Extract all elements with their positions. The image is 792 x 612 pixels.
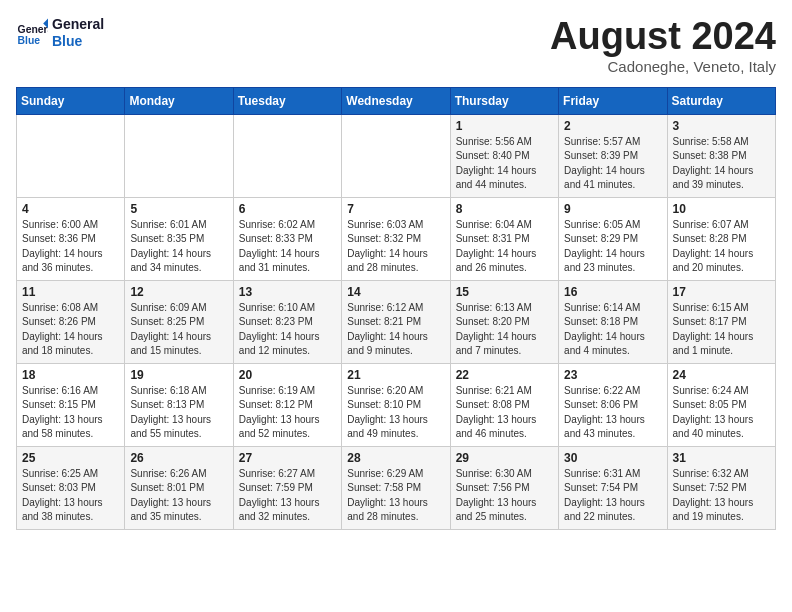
calendar-week-row: 18Sunrise: 6:16 AMSunset: 8:15 PMDayligh… [17, 363, 776, 446]
calendar-cell: 29Sunrise: 6:30 AMSunset: 7:56 PMDayligh… [450, 446, 558, 529]
day-number: 1 [456, 119, 553, 133]
calendar-cell: 26Sunrise: 6:26 AMSunset: 8:01 PMDayligh… [125, 446, 233, 529]
calendar-cell: 18Sunrise: 6:16 AMSunset: 8:15 PMDayligh… [17, 363, 125, 446]
calendar-cell: 21Sunrise: 6:20 AMSunset: 8:10 PMDayligh… [342, 363, 450, 446]
weekday-header: Thursday [450, 87, 558, 114]
day-number: 27 [239, 451, 336, 465]
day-detail: Sunrise: 6:24 AMSunset: 8:05 PMDaylight:… [673, 384, 770, 442]
day-detail: Sunrise: 6:10 AMSunset: 8:23 PMDaylight:… [239, 301, 336, 359]
day-number: 5 [130, 202, 227, 216]
day-detail: Sunrise: 6:09 AMSunset: 8:25 PMDaylight:… [130, 301, 227, 359]
day-detail: Sunrise: 6:05 AMSunset: 8:29 PMDaylight:… [564, 218, 661, 276]
day-detail: Sunrise: 6:19 AMSunset: 8:12 PMDaylight:… [239, 384, 336, 442]
calendar-cell: 15Sunrise: 6:13 AMSunset: 8:20 PMDayligh… [450, 280, 558, 363]
calendar-cell: 16Sunrise: 6:14 AMSunset: 8:18 PMDayligh… [559, 280, 667, 363]
weekday-header: Wednesday [342, 87, 450, 114]
logo: General Blue General Blue [16, 16, 104, 50]
calendar-cell: 5Sunrise: 6:01 AMSunset: 8:35 PMDaylight… [125, 197, 233, 280]
logo-icon: General Blue [16, 17, 48, 49]
weekday-header: Friday [559, 87, 667, 114]
day-detail: Sunrise: 6:13 AMSunset: 8:20 PMDaylight:… [456, 301, 553, 359]
day-number: 6 [239, 202, 336, 216]
calendar-cell: 17Sunrise: 6:15 AMSunset: 8:17 PMDayligh… [667, 280, 775, 363]
day-number: 17 [673, 285, 770, 299]
day-detail: Sunrise: 6:25 AMSunset: 8:03 PMDaylight:… [22, 467, 119, 525]
day-detail: Sunrise: 6:14 AMSunset: 8:18 PMDaylight:… [564, 301, 661, 359]
calendar-cell: 22Sunrise: 6:21 AMSunset: 8:08 PMDayligh… [450, 363, 558, 446]
calendar-week-row: 25Sunrise: 6:25 AMSunset: 8:03 PMDayligh… [17, 446, 776, 529]
day-number: 9 [564, 202, 661, 216]
day-detail: Sunrise: 6:16 AMSunset: 8:15 PMDaylight:… [22, 384, 119, 442]
day-detail: Sunrise: 6:03 AMSunset: 8:32 PMDaylight:… [347, 218, 444, 276]
calendar-cell [342, 114, 450, 197]
day-detail: Sunrise: 6:21 AMSunset: 8:08 PMDaylight:… [456, 384, 553, 442]
day-number: 28 [347, 451, 444, 465]
day-detail: Sunrise: 6:02 AMSunset: 8:33 PMDaylight:… [239, 218, 336, 276]
calendar-week-row: 11Sunrise: 6:08 AMSunset: 8:26 PMDayligh… [17, 280, 776, 363]
day-detail: Sunrise: 5:58 AMSunset: 8:38 PMDaylight:… [673, 135, 770, 193]
calendar-body: 1Sunrise: 5:56 AMSunset: 8:40 PMDaylight… [17, 114, 776, 529]
day-number: 25 [22, 451, 119, 465]
logo-line2: Blue [52, 33, 104, 50]
day-number: 18 [22, 368, 119, 382]
day-detail: Sunrise: 6:32 AMSunset: 7:52 PMDaylight:… [673, 467, 770, 525]
day-number: 20 [239, 368, 336, 382]
calendar-cell: 3Sunrise: 5:58 AMSunset: 8:38 PMDaylight… [667, 114, 775, 197]
calendar-cell: 20Sunrise: 6:19 AMSunset: 8:12 PMDayligh… [233, 363, 341, 446]
day-number: 26 [130, 451, 227, 465]
day-detail: Sunrise: 6:29 AMSunset: 7:58 PMDaylight:… [347, 467, 444, 525]
day-number: 8 [456, 202, 553, 216]
calendar-week-row: 4Sunrise: 6:00 AMSunset: 8:36 PMDaylight… [17, 197, 776, 280]
calendar-cell: 25Sunrise: 6:25 AMSunset: 8:03 PMDayligh… [17, 446, 125, 529]
svg-text:Blue: Blue [18, 35, 41, 46]
day-number: 24 [673, 368, 770, 382]
calendar-cell: 4Sunrise: 6:00 AMSunset: 8:36 PMDaylight… [17, 197, 125, 280]
day-detail: Sunrise: 6:08 AMSunset: 8:26 PMDaylight:… [22, 301, 119, 359]
title-block: August 2024 Cadoneghe, Veneto, Italy [550, 16, 776, 75]
calendar-cell: 13Sunrise: 6:10 AMSunset: 8:23 PMDayligh… [233, 280, 341, 363]
day-detail: Sunrise: 6:15 AMSunset: 8:17 PMDaylight:… [673, 301, 770, 359]
calendar-cell: 2Sunrise: 5:57 AMSunset: 8:39 PMDaylight… [559, 114, 667, 197]
day-number: 4 [22, 202, 119, 216]
day-number: 22 [456, 368, 553, 382]
calendar-cell: 19Sunrise: 6:18 AMSunset: 8:13 PMDayligh… [125, 363, 233, 446]
day-detail: Sunrise: 5:56 AMSunset: 8:40 PMDaylight:… [456, 135, 553, 193]
day-number: 7 [347, 202, 444, 216]
svg-text:General: General [18, 24, 48, 35]
day-number: 30 [564, 451, 661, 465]
calendar-cell: 27Sunrise: 6:27 AMSunset: 7:59 PMDayligh… [233, 446, 341, 529]
logo-line1: General [52, 16, 104, 33]
day-detail: Sunrise: 6:12 AMSunset: 8:21 PMDaylight:… [347, 301, 444, 359]
calendar-cell: 10Sunrise: 6:07 AMSunset: 8:28 PMDayligh… [667, 197, 775, 280]
day-number: 12 [130, 285, 227, 299]
day-number: 10 [673, 202, 770, 216]
day-detail: Sunrise: 6:26 AMSunset: 8:01 PMDaylight:… [130, 467, 227, 525]
calendar-cell: 9Sunrise: 6:05 AMSunset: 8:29 PMDaylight… [559, 197, 667, 280]
day-detail: Sunrise: 6:30 AMSunset: 7:56 PMDaylight:… [456, 467, 553, 525]
day-number: 16 [564, 285, 661, 299]
page-header: General Blue General Blue August 2024 Ca… [16, 16, 776, 75]
calendar-cell: 30Sunrise: 6:31 AMSunset: 7:54 PMDayligh… [559, 446, 667, 529]
day-number: 31 [673, 451, 770, 465]
day-number: 14 [347, 285, 444, 299]
day-detail: Sunrise: 6:00 AMSunset: 8:36 PMDaylight:… [22, 218, 119, 276]
calendar-cell: 11Sunrise: 6:08 AMSunset: 8:26 PMDayligh… [17, 280, 125, 363]
calendar-cell: 24Sunrise: 6:24 AMSunset: 8:05 PMDayligh… [667, 363, 775, 446]
calendar-header: SundayMondayTuesdayWednesdayThursdayFrid… [17, 87, 776, 114]
day-detail: Sunrise: 6:01 AMSunset: 8:35 PMDaylight:… [130, 218, 227, 276]
month-title: August 2024 [550, 16, 776, 58]
day-number: 15 [456, 285, 553, 299]
calendar-cell [233, 114, 341, 197]
calendar-cell [125, 114, 233, 197]
weekday-header: Tuesday [233, 87, 341, 114]
calendar-table: SundayMondayTuesdayWednesdayThursdayFrid… [16, 87, 776, 530]
logo-text: General Blue [52, 16, 104, 50]
day-detail: Sunrise: 6:27 AMSunset: 7:59 PMDaylight:… [239, 467, 336, 525]
day-number: 3 [673, 119, 770, 133]
weekday-row: SundayMondayTuesdayWednesdayThursdayFrid… [17, 87, 776, 114]
calendar-cell: 8Sunrise: 6:04 AMSunset: 8:31 PMDaylight… [450, 197, 558, 280]
day-detail: Sunrise: 6:31 AMSunset: 7:54 PMDaylight:… [564, 467, 661, 525]
calendar-cell: 23Sunrise: 6:22 AMSunset: 8:06 PMDayligh… [559, 363, 667, 446]
day-detail: Sunrise: 5:57 AMSunset: 8:39 PMDaylight:… [564, 135, 661, 193]
day-detail: Sunrise: 6:07 AMSunset: 8:28 PMDaylight:… [673, 218, 770, 276]
